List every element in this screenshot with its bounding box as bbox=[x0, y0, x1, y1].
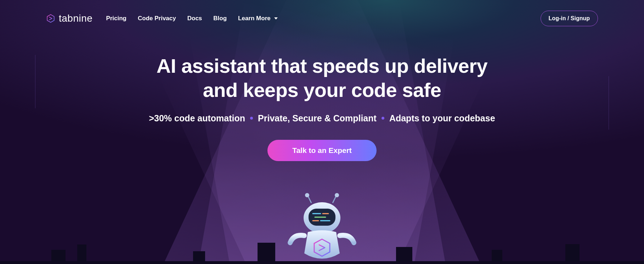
tabnine-logo-icon bbox=[46, 14, 55, 23]
hero-bullet-3: Adapts to your codebase bbox=[389, 113, 495, 123]
robot-mascot bbox=[287, 193, 357, 264]
hero-headline: AI assistant that speeds up delivery and… bbox=[14, 54, 630, 103]
nav-learn-more-label: Learn More bbox=[238, 15, 271, 22]
hero-bullet-2: Private, Secure & Compliant bbox=[258, 113, 377, 123]
nav-blog[interactable]: Blog bbox=[213, 15, 227, 22]
hero-headline-line1: AI assistant that speeds up delivery bbox=[157, 55, 487, 77]
bullet-dot-icon bbox=[250, 117, 253, 120]
hero-subheadline: >30% code automation Private, Secure & C… bbox=[149, 113, 495, 123]
hero-headline-line2: and keeps your code safe bbox=[203, 79, 441, 101]
header-left: tabnine Pricing Code Privacy Docs Blog L… bbox=[46, 13, 278, 24]
primary-nav: Pricing Code Privacy Docs Blog Learn Mor… bbox=[106, 15, 277, 22]
svg-line-1 bbox=[308, 196, 311, 203]
nav-pricing[interactable]: Pricing bbox=[106, 15, 126, 22]
login-signup-button[interactable]: Log-in / Signup bbox=[541, 11, 598, 26]
brand-logo[interactable]: tabnine bbox=[46, 13, 92, 24]
nav-docs[interactable]: Docs bbox=[187, 15, 202, 22]
svg-point-2 bbox=[305, 193, 309, 197]
hero-bullet-1: >30% code automation bbox=[149, 113, 245, 123]
site-header: tabnine Pricing Code Privacy Docs Blog L… bbox=[0, 0, 644, 26]
hero-section: AI assistant that speeds up delivery and… bbox=[0, 54, 644, 161]
nav-learn-more[interactable]: Learn More bbox=[238, 15, 278, 22]
talk-to-expert-button[interactable]: Talk to an Expert bbox=[267, 140, 377, 161]
nav-code-privacy[interactable]: Code Privacy bbox=[138, 15, 176, 22]
bullet-dot-icon bbox=[382, 117, 384, 120]
brand-name: tabnine bbox=[59, 13, 92, 24]
svg-line-3 bbox=[333, 196, 336, 203]
svg-marker-0 bbox=[47, 15, 54, 22]
svg-point-4 bbox=[335, 193, 339, 197]
chevron-down-icon bbox=[274, 17, 278, 20]
